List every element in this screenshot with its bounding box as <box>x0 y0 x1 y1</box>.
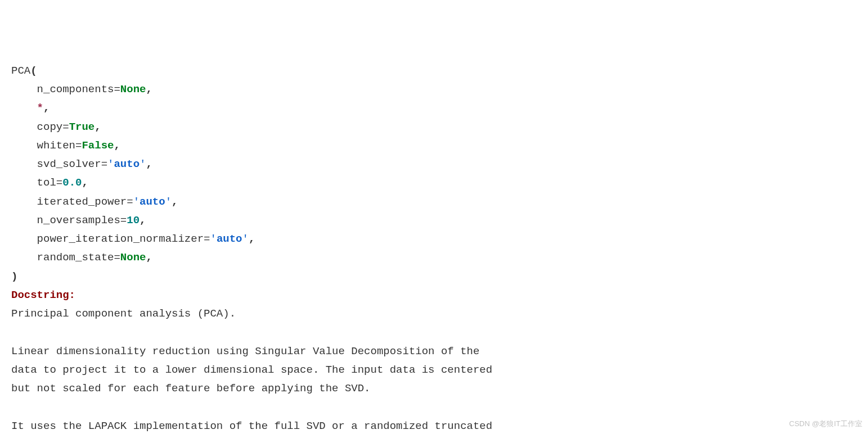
param-value-svd_solver: auto <box>114 158 140 170</box>
param-name-random_state: random_state <box>37 251 114 264</box>
param-name-whiten: whiten <box>37 139 75 152</box>
comma: , <box>172 196 178 208</box>
comma: , <box>146 83 152 96</box>
comma: , <box>82 177 88 189</box>
param-value-power_iteration_normalizer: auto <box>217 233 242 245</box>
func-name: PCA <box>11 65 30 77</box>
close-paren: ) <box>11 270 17 283</box>
param-name-iterated_power: iterated_power <box>37 196 127 208</box>
equals: = <box>56 177 62 189</box>
equals: = <box>127 196 133 208</box>
function-signature: PCA( n_components=None, *, copy=True, wh… <box>11 62 857 286</box>
param-value-n_components: None <box>120 83 146 96</box>
docstring-label: Docstring: <box>11 289 75 301</box>
equals: = <box>114 251 120 264</box>
comma: , <box>140 214 146 227</box>
comma: , <box>146 158 152 170</box>
star-separator: * <box>37 102 43 114</box>
quote: ' <box>133 196 140 208</box>
open-paren: ( <box>30 65 37 77</box>
param-name-copy: copy <box>37 121 63 133</box>
equals: = <box>120 214 127 227</box>
quote: ' <box>165 196 172 208</box>
param-name-power_iteration_normalizer: power_iteration_normalizer <box>37 233 204 245</box>
comma: , <box>114 139 120 152</box>
param-name-n_components: n_components <box>37 83 114 96</box>
quote: ' <box>107 158 114 170</box>
quote: ' <box>242 233 248 245</box>
comma: , <box>146 251 152 264</box>
comma: , <box>95 121 101 133</box>
param-value-whiten: False <box>82 139 114 152</box>
equals: = <box>101 158 107 170</box>
param-value-tol: 0.0 <box>62 177 82 189</box>
watermark-text: CSDN @老狼IT工作室 <box>789 418 862 431</box>
equals: = <box>75 139 82 152</box>
param-name-n_oversamples: n_oversamples <box>37 214 120 227</box>
param-name-tol: tol <box>37 177 56 189</box>
comma: , <box>43 102 50 114</box>
equals: = <box>62 121 69 133</box>
comma: , <box>249 233 255 245</box>
docstring-body: Principal component analysis (PCA). Line… <box>11 308 492 434</box>
equals: = <box>114 83 120 96</box>
param-value-copy: True <box>69 121 95 133</box>
param-name-svd_solver: svd_solver <box>37 158 101 170</box>
equals: = <box>204 233 210 245</box>
quote: ' <box>140 158 146 170</box>
param-value-random_state: None <box>120 251 146 264</box>
quote: ' <box>210 233 216 245</box>
param-value-n_oversamples: 10 <box>127 214 140 227</box>
param-value-iterated_power: auto <box>140 196 165 208</box>
